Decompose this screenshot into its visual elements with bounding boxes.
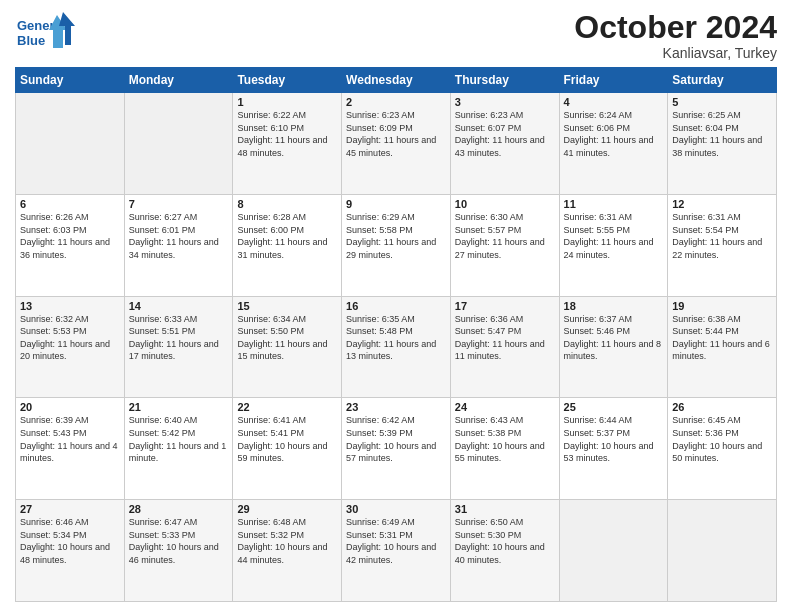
table-row: 30Sunrise: 6:49 AM Sunset: 5:31 PM Dayli… xyxy=(342,500,451,602)
day-info: Sunrise: 6:27 AM Sunset: 6:01 PM Dayligh… xyxy=(129,211,229,261)
table-row xyxy=(668,500,777,602)
day-number: 10 xyxy=(455,198,555,210)
day-info: Sunrise: 6:39 AM Sunset: 5:43 PM Dayligh… xyxy=(20,414,120,464)
logo-svg: General Blue xyxy=(15,10,95,55)
table-row: 14Sunrise: 6:33 AM Sunset: 5:51 PM Dayli… xyxy=(124,296,233,398)
day-number: 20 xyxy=(20,401,120,413)
col-saturday: Saturday xyxy=(668,68,777,93)
day-info: Sunrise: 6:25 AM Sunset: 6:04 PM Dayligh… xyxy=(672,109,772,159)
svg-text:Blue: Blue xyxy=(17,33,45,48)
table-row: 10Sunrise: 6:30 AM Sunset: 5:57 PM Dayli… xyxy=(450,194,559,296)
table-row xyxy=(124,93,233,195)
table-row: 11Sunrise: 6:31 AM Sunset: 5:55 PM Dayli… xyxy=(559,194,668,296)
table-row: 26Sunrise: 6:45 AM Sunset: 5:36 PM Dayli… xyxy=(668,398,777,500)
table-row: 16Sunrise: 6:35 AM Sunset: 5:48 PM Dayli… xyxy=(342,296,451,398)
calendar-week-row: 27Sunrise: 6:46 AM Sunset: 5:34 PM Dayli… xyxy=(16,500,777,602)
day-number: 3 xyxy=(455,96,555,108)
col-wednesday: Wednesday xyxy=(342,68,451,93)
day-number: 23 xyxy=(346,401,446,413)
day-number: 22 xyxy=(237,401,337,413)
title-block: October 2024 Kanliavsar, Turkey xyxy=(574,10,777,61)
day-info: Sunrise: 6:24 AM Sunset: 6:06 PM Dayligh… xyxy=(564,109,664,159)
day-number: 1 xyxy=(237,96,337,108)
table-row: 19Sunrise: 6:38 AM Sunset: 5:44 PM Dayli… xyxy=(668,296,777,398)
col-friday: Friday xyxy=(559,68,668,93)
calendar-table: Sunday Monday Tuesday Wednesday Thursday… xyxy=(15,67,777,602)
day-number: 18 xyxy=(564,300,664,312)
day-number: 4 xyxy=(564,96,664,108)
col-sunday: Sunday xyxy=(16,68,125,93)
day-info: Sunrise: 6:36 AM Sunset: 5:47 PM Dayligh… xyxy=(455,313,555,363)
calendar-header-row: Sunday Monday Tuesday Wednesday Thursday… xyxy=(16,68,777,93)
day-info: Sunrise: 6:31 AM Sunset: 5:55 PM Dayligh… xyxy=(564,211,664,261)
logo: General Blue xyxy=(15,10,95,55)
day-info: Sunrise: 6:50 AM Sunset: 5:30 PM Dayligh… xyxy=(455,516,555,566)
day-info: Sunrise: 6:45 AM Sunset: 5:36 PM Dayligh… xyxy=(672,414,772,464)
page: General Blue October 2024 Kanliavsar, Tu… xyxy=(0,0,792,612)
day-number: 9 xyxy=(346,198,446,210)
day-number: 30 xyxy=(346,503,446,515)
day-info: Sunrise: 6:37 AM Sunset: 5:46 PM Dayligh… xyxy=(564,313,664,363)
day-info: Sunrise: 6:34 AM Sunset: 5:50 PM Dayligh… xyxy=(237,313,337,363)
table-row: 21Sunrise: 6:40 AM Sunset: 5:42 PM Dayli… xyxy=(124,398,233,500)
day-number: 25 xyxy=(564,401,664,413)
day-number: 21 xyxy=(129,401,229,413)
day-number: 2 xyxy=(346,96,446,108)
day-number: 7 xyxy=(129,198,229,210)
table-row: 20Sunrise: 6:39 AM Sunset: 5:43 PM Dayli… xyxy=(16,398,125,500)
table-row: 4Sunrise: 6:24 AM Sunset: 6:06 PM Daylig… xyxy=(559,93,668,195)
day-info: Sunrise: 6:31 AM Sunset: 5:54 PM Dayligh… xyxy=(672,211,772,261)
day-info: Sunrise: 6:49 AM Sunset: 5:31 PM Dayligh… xyxy=(346,516,446,566)
day-info: Sunrise: 6:29 AM Sunset: 5:58 PM Dayligh… xyxy=(346,211,446,261)
day-number: 27 xyxy=(20,503,120,515)
day-info: Sunrise: 6:40 AM Sunset: 5:42 PM Dayligh… xyxy=(129,414,229,464)
table-row: 25Sunrise: 6:44 AM Sunset: 5:37 PM Dayli… xyxy=(559,398,668,500)
table-row: 22Sunrise: 6:41 AM Sunset: 5:41 PM Dayli… xyxy=(233,398,342,500)
table-row: 24Sunrise: 6:43 AM Sunset: 5:38 PM Dayli… xyxy=(450,398,559,500)
day-info: Sunrise: 6:32 AM Sunset: 5:53 PM Dayligh… xyxy=(20,313,120,363)
table-row: 6Sunrise: 6:26 AM Sunset: 6:03 PM Daylig… xyxy=(16,194,125,296)
day-info: Sunrise: 6:41 AM Sunset: 5:41 PM Dayligh… xyxy=(237,414,337,464)
day-info: Sunrise: 6:44 AM Sunset: 5:37 PM Dayligh… xyxy=(564,414,664,464)
day-info: Sunrise: 6:47 AM Sunset: 5:33 PM Dayligh… xyxy=(129,516,229,566)
day-info: Sunrise: 6:42 AM Sunset: 5:39 PM Dayligh… xyxy=(346,414,446,464)
table-row: 15Sunrise: 6:34 AM Sunset: 5:50 PM Dayli… xyxy=(233,296,342,398)
table-row: 8Sunrise: 6:28 AM Sunset: 6:00 PM Daylig… xyxy=(233,194,342,296)
day-number: 24 xyxy=(455,401,555,413)
table-row xyxy=(16,93,125,195)
calendar-week-row: 1Sunrise: 6:22 AM Sunset: 6:10 PM Daylig… xyxy=(16,93,777,195)
day-number: 8 xyxy=(237,198,337,210)
day-number: 28 xyxy=(129,503,229,515)
day-info: Sunrise: 6:35 AM Sunset: 5:48 PM Dayligh… xyxy=(346,313,446,363)
col-tuesday: Tuesday xyxy=(233,68,342,93)
col-thursday: Thursday xyxy=(450,68,559,93)
table-row: 13Sunrise: 6:32 AM Sunset: 5:53 PM Dayli… xyxy=(16,296,125,398)
table-row: 9Sunrise: 6:29 AM Sunset: 5:58 PM Daylig… xyxy=(342,194,451,296)
table-row: 31Sunrise: 6:50 AM Sunset: 5:30 PM Dayli… xyxy=(450,500,559,602)
day-info: Sunrise: 6:30 AM Sunset: 5:57 PM Dayligh… xyxy=(455,211,555,261)
day-info: Sunrise: 6:22 AM Sunset: 6:10 PM Dayligh… xyxy=(237,109,337,159)
table-row: 18Sunrise: 6:37 AM Sunset: 5:46 PM Dayli… xyxy=(559,296,668,398)
table-row: 1Sunrise: 6:22 AM Sunset: 6:10 PM Daylig… xyxy=(233,93,342,195)
day-info: Sunrise: 6:38 AM Sunset: 5:44 PM Dayligh… xyxy=(672,313,772,363)
day-number: 15 xyxy=(237,300,337,312)
table-row xyxy=(559,500,668,602)
day-info: Sunrise: 6:26 AM Sunset: 6:03 PM Dayligh… xyxy=(20,211,120,261)
day-info: Sunrise: 6:23 AM Sunset: 6:09 PM Dayligh… xyxy=(346,109,446,159)
table-row: 5Sunrise: 6:25 AM Sunset: 6:04 PM Daylig… xyxy=(668,93,777,195)
table-row: 12Sunrise: 6:31 AM Sunset: 5:54 PM Dayli… xyxy=(668,194,777,296)
table-row: 2Sunrise: 6:23 AM Sunset: 6:09 PM Daylig… xyxy=(342,93,451,195)
month-title: October 2024 xyxy=(574,10,777,45)
day-info: Sunrise: 6:33 AM Sunset: 5:51 PM Dayligh… xyxy=(129,313,229,363)
day-info: Sunrise: 6:28 AM Sunset: 6:00 PM Dayligh… xyxy=(237,211,337,261)
table-row: 29Sunrise: 6:48 AM Sunset: 5:32 PM Dayli… xyxy=(233,500,342,602)
day-number: 14 xyxy=(129,300,229,312)
day-number: 13 xyxy=(20,300,120,312)
day-info: Sunrise: 6:23 AM Sunset: 6:07 PM Dayligh… xyxy=(455,109,555,159)
table-row: 27Sunrise: 6:46 AM Sunset: 5:34 PM Dayli… xyxy=(16,500,125,602)
table-row: 28Sunrise: 6:47 AM Sunset: 5:33 PM Dayli… xyxy=(124,500,233,602)
day-number: 19 xyxy=(672,300,772,312)
calendar-week-row: 20Sunrise: 6:39 AM Sunset: 5:43 PM Dayli… xyxy=(16,398,777,500)
location-subtitle: Kanliavsar, Turkey xyxy=(574,45,777,61)
header: General Blue October 2024 Kanliavsar, Tu… xyxy=(15,10,777,61)
